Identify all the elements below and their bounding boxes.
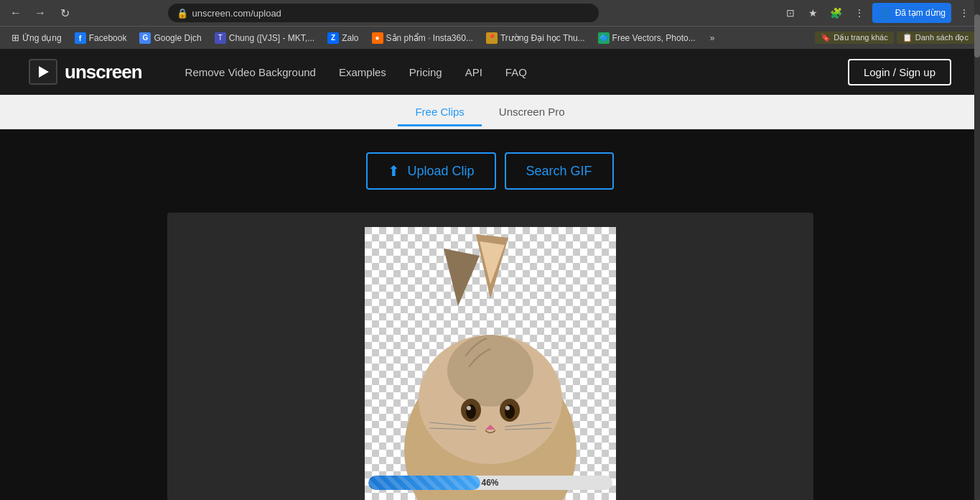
cat-image-container (365, 227, 616, 500)
progress-overlay: 46% (365, 476, 616, 490)
bookmark-facebook-label: Facebook (89, 33, 127, 43)
facebook-icon: f (75, 32, 86, 44)
danhsach-label: Danh sách đọc (915, 33, 969, 42)
bookmarks-bar: ⊞ Ứng dụng f Facebook G Google Dịch T Ch… (0, 26, 980, 49)
bookmark-zalo[interactable]: Z Zalo (322, 29, 364, 47)
bookmark-zalo-label: Zalo (342, 33, 358, 43)
svg-point-12 (447, 335, 533, 407)
action-buttons: ⬆ Upload Clip Search GIF (366, 152, 613, 190)
progress-text: 46% (481, 478, 498, 488)
main-content: ⬆ Upload Clip Search GIF (0, 129, 980, 500)
scrollbar[interactable] (974, 0, 980, 500)
svg-marker-9 (444, 249, 480, 306)
dautrang-label: Dấu trang khác (834, 33, 887, 42)
play-icon (39, 66, 49, 78)
progress-bar-fill (368, 476, 480, 490)
profile-label: Đã tạm dừng (895, 8, 946, 18)
logo[interactable]: unscreen (29, 59, 142, 85)
progress-bar-container: 46% (368, 476, 612, 490)
tab-unscreen-pro[interactable]: Unscreen Pro (482, 97, 582, 126)
dautrang-button[interactable]: 🔖 Dấu trang khác (815, 32, 893, 44)
nav-links: Remove Video Background Examples Pricing… (185, 66, 848, 78)
upload-icon: ⬆ (388, 162, 400, 180)
nav-pricing[interactable]: Pricing (409, 66, 442, 78)
svg-point-18 (505, 406, 510, 410)
nav-examples[interactable]: Examples (339, 66, 386, 78)
apps-icon: ⊞ (11, 32, 19, 43)
forward-button[interactable]: → (30, 3, 50, 23)
translate-icon: G (139, 32, 151, 44)
site-header: unscreen Remove Video Background Example… (0, 49, 980, 95)
menu-button[interactable]: ⋮ (954, 3, 974, 23)
vectors-icon: 🔷 (598, 32, 610, 44)
cast-button[interactable]: ⊡ (780, 3, 801, 23)
more-bookmarks-button[interactable]: » (706, 32, 719, 45)
bookmark-apps[interactable]: ⊞ Ứng dụng (6, 29, 67, 47)
browser-titlebar: ← → ↻ 🔒 unscreen.com/upload ⊡ ★ 🧩 ⋮ 👤 Đã… (0, 0, 980, 26)
browser-actions: ⊡ ★ 🧩 ⋮ 👤 Đã tạm dừng ⋮ (780, 3, 974, 23)
address-bar[interactable]: 🔒 unscreen.com/upload (168, 4, 599, 22)
bookmark-truong-label: Trường Đại học Thu... (500, 33, 585, 43)
back-button[interactable]: ← (6, 3, 26, 23)
svg-point-17 (467, 406, 471, 410)
bookmark-right: 🔖 Dấu trang khác 📋 Danh sách đọc (815, 32, 974, 44)
video-area: 46% (167, 213, 813, 500)
bookmark-sanpham[interactable]: ● Sản phẩm · Insta360... (366, 29, 479, 47)
bookmark-apps-label: Ứng dụng (22, 33, 62, 43)
cat-svg (365, 227, 616, 500)
save-button[interactable]: ★ (803, 3, 823, 23)
upload-clip-button[interactable]: ⬆ Upload Clip (366, 152, 495, 190)
bookmark-chung-label: Chung ([VJS] - MKT,... (229, 33, 314, 43)
logo-icon (29, 59, 57, 85)
bookmark-icon: 🔖 (821, 33, 831, 42)
bookmark-vectors-label: Free Vectors, Photo... (612, 33, 696, 43)
nav-remove-video[interactable]: Remove Video Background (185, 66, 316, 78)
sub-nav: Free Clips Unscreen Pro (0, 95, 980, 129)
url-text: unscreen.com/upload (192, 8, 590, 19)
bookmark-translate-label: Google Dịch (154, 33, 201, 43)
clip-container: 46% (365, 227, 616, 500)
settings-button[interactable]: ⋮ (849, 3, 869, 23)
search-gif-button[interactable]: Search GIF (505, 152, 614, 190)
insta-icon: ● (372, 32, 383, 44)
browser-chrome: ← → ↻ 🔒 unscreen.com/upload ⊡ ★ 🧩 ⋮ 👤 Đã… (0, 0, 980, 49)
bookmark-sanpham-label: Sản phẩm · Insta360... (386, 33, 473, 43)
list-icon: 📋 (902, 33, 913, 42)
nav-api[interactable]: API (465, 66, 482, 78)
truong-icon: 📍 (486, 32, 498, 44)
bookmark-chung[interactable]: T Chung ([VJS] - MKT,... (209, 29, 320, 47)
upload-clip-label: Upload Clip (407, 164, 474, 179)
nav-faq[interactable]: FAQ (505, 66, 527, 78)
zalo-icon: Z (327, 32, 339, 44)
bookmark-facebook[interactable]: f Facebook (69, 29, 133, 47)
login-button[interactable]: Login / Sign up (848, 59, 951, 85)
scrollbar-thumb[interactable] (974, 14, 980, 57)
profile-button[interactable]: 👤 Đã tạm dừng (872, 3, 951, 23)
danhsach-button[interactable]: 📋 Danh sách đọc (897, 32, 974, 44)
refresh-button[interactable]: ↻ (55, 3, 75, 23)
teams-icon: T (215, 32, 226, 44)
bookmark-google-translate[interactable]: G Google Dịch (134, 29, 207, 47)
logo-text: unscreen (65, 61, 142, 83)
bookmark-truong[interactable]: 📍 Trường Đại học Thu... (480, 29, 591, 47)
tab-free-clips[interactable]: Free Clips (398, 97, 481, 126)
bookmark-freevectors[interactable]: 🔷 Free Vectors, Photo... (592, 29, 701, 47)
extensions-button[interactable]: 🧩 (826, 3, 846, 23)
